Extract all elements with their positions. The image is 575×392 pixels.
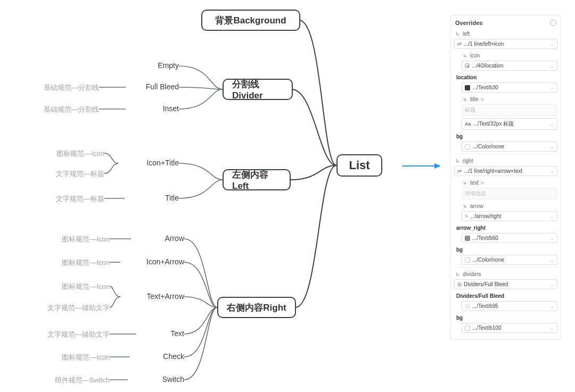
divider <box>454 267 557 268</box>
prefix-check: 图标规范—Icon <box>43 353 110 362</box>
label-text: text <box>470 180 479 186</box>
node-label: 分割线Divider <box>232 78 283 101</box>
leaf-title: Title <box>126 194 179 202</box>
chevron-down-icon: ⌄ <box>550 214 554 219</box>
dropdown-icon-select[interactable]: .../40/location ⌄ <box>462 61 557 71</box>
label-arrow-right: arrow_right <box>456 225 486 231</box>
reset-overrides-icon[interactable] <box>550 20 556 26</box>
prefix-icon-arrow: 图标规范—Icon <box>43 258 110 268</box>
text-style-icon: Aa <box>465 121 471 127</box>
override-dot-icon <box>481 98 484 101</box>
swatch-b30-icon <box>465 85 470 90</box>
chevron-down-icon: ⌄ <box>550 326 554 331</box>
swatch-b100-icon <box>465 326 470 331</box>
override-dot-icon <box>481 181 484 185</box>
svg-marker-1 <box>434 163 441 169</box>
node-left-content[interactable]: 左侧内容Left <box>223 169 291 190</box>
swatch-b60-icon <box>465 236 470 241</box>
leaf-text: Text <box>137 329 184 338</box>
leaf-text-arrow: Text+Arrow <box>121 292 184 301</box>
dropdown-bg-left[interactable]: .../Color/none ⌄ <box>462 141 557 152</box>
chevron-down-icon: ⌄ <box>550 169 554 174</box>
location-pin-icon <box>465 63 470 68</box>
chevron-down-icon: ⌄ <box>550 41 554 47</box>
label-arrow: arrow <box>470 203 483 209</box>
swatch-none-icon <box>465 257 470 263</box>
prefix-text-arrow-a: 图标规范—Icon <box>43 282 110 291</box>
label-dividers-sub: Dividers/Full Bleed <box>456 293 504 299</box>
prefix-icon-title-a: 图标规范—Icon <box>37 149 104 159</box>
dropdown-dividers-select[interactable]: Dividers/Full Bleed ⌄ <box>454 279 557 289</box>
label-location: location <box>456 74 477 80</box>
node-background[interactable]: 背景Background <box>201 10 300 31</box>
chevron-down-icon: ⌄ <box>550 63 554 69</box>
dropdown-title-style[interactable]: Aa.../Text/32px 标题 ⌄ <box>462 118 557 130</box>
leaf-full-bleed: Full Bleed <box>128 82 179 91</box>
arrow-to-panel-icon <box>402 161 441 171</box>
chevron-down-icon: ⌄ <box>550 121 554 127</box>
label-title: title <box>470 96 479 102</box>
dropdown-left-select[interactable]: ⇄.../1 line/left+icon ⌄ <box>454 39 557 49</box>
dropdown-right-select[interactable]: ⇄.../1 line/right+arrow+text ⌄ <box>454 166 557 176</box>
panel-title: Overrides <box>455 20 482 26</box>
dropdown-arrow-right[interactable]: .../Text/b60 ⌄ <box>462 233 557 243</box>
input-title-placeholder[interactable]: 标题 <box>462 104 557 116</box>
dropdown-bg-dividers[interactable]: .../Text/b100 ⌄ <box>462 323 557 333</box>
node-label: 左侧内容Left <box>232 169 281 191</box>
label-right: right <box>463 158 473 164</box>
input-text-placeholder[interactable]: 详细信息 <box>462 188 557 199</box>
prefix-arrow: 图标规范—Icon <box>43 235 110 244</box>
diagram-stage: List 背景Background 分割线Divider 左侧内容Left 右侧… <box>0 0 575 392</box>
leaf-icon-arrow: Icon+Arrow <box>121 257 184 266</box>
leaf-icon-title: Icon+Title <box>118 159 179 167</box>
swatch-b95-icon <box>465 304 470 309</box>
caret-icon: > <box>465 213 468 219</box>
node-right-content[interactable]: 右侧内容Right <box>217 297 296 318</box>
label-bg-dividers: bg <box>456 315 463 321</box>
leaf-inset: Inset <box>138 104 179 113</box>
chevron-down-icon: ⌄ <box>550 144 554 149</box>
divider <box>454 154 557 154</box>
node-label: List <box>349 159 369 172</box>
label-icon: icon <box>470 53 480 59</box>
dropdown-location-select[interactable]: .../Text/b30 ⌄ <box>462 82 557 93</box>
leaf-arrow: Arrow <box>132 234 184 243</box>
prefix-inset: 基础规范—分割线 <box>32 105 99 114</box>
leaf-empty: Empty <box>138 61 179 70</box>
swap-icon: ⇄ <box>457 41 462 47</box>
leaf-switch: Switch <box>129 375 184 383</box>
dropdown-arrow-select[interactable]: >.../arrow/right ⌄ <box>462 211 557 221</box>
prefix-text: 文字规范—辅助文字 <box>32 330 110 339</box>
prefix-icon-title-b: 文字规范—标题 <box>37 169 104 179</box>
prefix-full-bleed: 基础规范—分割线 <box>32 83 99 93</box>
node-label: 右侧内容Right <box>227 302 286 314</box>
prefix-text-arrow-b: 文字规范—辅助文字 <box>21 303 110 313</box>
overrides-panel: Overrides ↳left ⇄.../1 line/left+icon ⌄ … <box>450 15 561 340</box>
chevron-down-icon: ⌄ <box>550 236 554 241</box>
label-left: left <box>463 31 470 37</box>
node-divider[interactable]: 分割线Divider <box>223 79 293 100</box>
symbol-icon <box>457 281 463 287</box>
dropdown-bg-right[interactable]: .../Color/none ⌄ <box>462 255 557 265</box>
indent-icon: ↳ <box>455 31 461 37</box>
leaf-check: Check <box>131 352 184 361</box>
chevron-down-icon: ⌄ <box>550 85 554 90</box>
chevron-down-icon: ⌄ <box>550 282 554 287</box>
prefix-switch: 组件规范—Switch <box>37 376 110 385</box>
prefix-title: 文字规范—标题 <box>37 194 104 204</box>
chevron-down-icon: ⌄ <box>550 257 554 263</box>
label-dividers: dividers <box>463 271 481 277</box>
label-bg-right: bg <box>456 247 463 253</box>
dropdown-dividers-sub[interactable]: .../Text/b95 ⌄ <box>462 301 557 311</box>
label-bg-left: bg <box>456 134 463 139</box>
swatch-none-icon <box>465 144 470 149</box>
node-label: 背景Background <box>215 14 286 27</box>
chevron-down-icon: ⌄ <box>550 304 554 309</box>
node-list-root[interactable]: List <box>336 154 382 177</box>
